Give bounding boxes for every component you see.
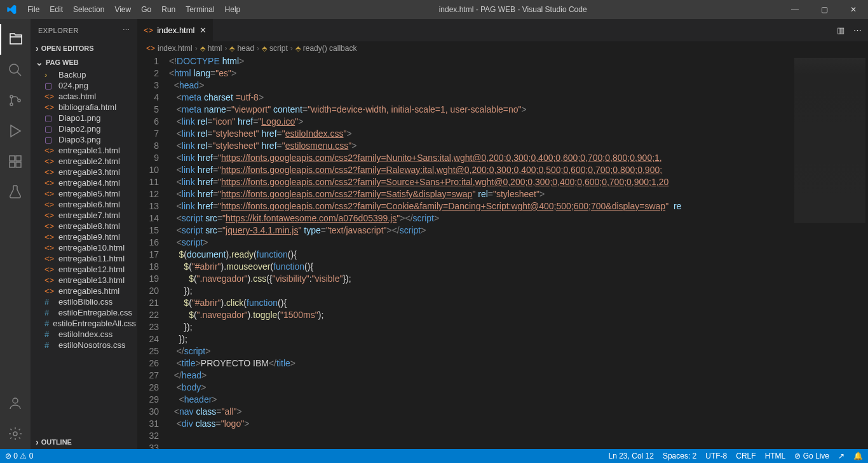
file-label: entregable3.html — [58, 167, 120, 177]
file-icon: # — [44, 308, 55, 317]
file-item[interactable]: <>entregable7.html — [31, 210, 137, 221]
file-item[interactable]: <>entregable9.html — [31, 232, 137, 242]
minimize-button[interactable]: — — [780, 5, 810, 14]
breadcrumb-item[interactable]: script — [269, 44, 288, 53]
file-item[interactable]: ▢Diapo2.png — [31, 123, 137, 134]
file-item[interactable]: ▢Diapo1.png — [31, 113, 137, 123]
section-open-editors[interactable]: OPEN EDITORS — [31, 41, 137, 55]
menu-help[interactable]: Help — [220, 5, 246, 14]
run-debug-icon[interactable] — [0, 116, 31, 146]
file-icon: <> — [44, 92, 55, 101]
file-item[interactable]: #estiloNosotros.css — [31, 340, 137, 350]
status-indent[interactable]: Spaces: 2 — [663, 452, 696, 460]
file-item[interactable]: #estiloBiblio.css — [31, 296, 137, 307]
explorer-icon[interactable] — [0, 24, 31, 55]
file-item[interactable]: <>entregable1.html — [31, 145, 137, 156]
status-bell-icon[interactable]: 🔔 — [853, 452, 863, 460]
file-label: entregable5.html — [58, 189, 120, 198]
file-item[interactable]: <>entregables.html — [31, 286, 137, 296]
file-item[interactable]: #estiloEntregable.css — [31, 307, 137, 318]
svg-point-0 — [10, 64, 18, 73]
file-item[interactable]: <>entregable13.html — [31, 275, 137, 286]
breadcrumb-item[interactable]: head — [237, 44, 254, 53]
breadcrumb-item[interactable]: index.html — [158, 44, 193, 53]
file-icon: <> — [44, 189, 55, 198]
menu-file[interactable]: File — [22, 5, 44, 14]
menu-go[interactable]: Go — [136, 5, 156, 14]
menu-run[interactable]: Run — [156, 5, 180, 14]
section-outline[interactable]: OUTLINE — [31, 435, 137, 449]
file-item[interactable]: ›Backup — [31, 69, 137, 80]
code-body[interactable]: <!DOCTYPE html><html lang="es"> <head> <… — [169, 55, 792, 449]
file-item[interactable]: #estiloIndex.css — [31, 329, 137, 340]
editor-group: <> index.html ✕ ▥ ⋯ <> index.html › ⬘ ht… — [137, 19, 868, 449]
file-item[interactable]: #estiloEntregableAll.css — [31, 318, 137, 329]
code-editor[interactable]: 1234567891011121314151617181920212223242… — [137, 55, 868, 449]
file-item[interactable]: <>entregable12.html — [31, 264, 137, 275]
folder-icon: › — [44, 70, 55, 79]
file-label: estiloBiblio.css — [58, 297, 112, 307]
menu-bar: File Edit Selection View Go Run Terminal… — [22, 5, 245, 14]
file-label: entregable8.html — [58, 221, 120, 231]
window-controls: — ▢ ✕ — [780, 5, 868, 14]
file-label: Diapo3.png — [58, 135, 101, 144]
breadcrumb-item[interactable]: ready() callback — [303, 44, 357, 53]
status-golive[interactable]: ⊘ Go Live — [794, 452, 829, 460]
menu-view[interactable]: View — [109, 5, 136, 14]
file-icon: ▢ — [44, 135, 55, 144]
file-item[interactable]: <>entregable4.html — [31, 177, 137, 188]
search-icon[interactable] — [0, 55, 31, 85]
file-item[interactable]: <>actas.html — [31, 91, 137, 102]
file-item[interactable]: <>entregable10.html — [31, 242, 137, 253]
status-encoding[interactable]: UTF-8 — [705, 452, 727, 460]
tab-label: index.html — [157, 25, 194, 35]
account-icon[interactable] — [0, 388, 31, 418]
file-icon: ▢ — [44, 81, 55, 90]
file-item[interactable]: <>entregable3.html — [31, 167, 137, 177]
close-icon[interactable]: ✕ — [200, 25, 207, 35]
file-item[interactable]: ▢024.png — [31, 80, 137, 91]
sidebar-more-icon[interactable]: ⋯ — [123, 26, 130, 34]
activity-bar — [0, 19, 31, 449]
file-label: estiloEntregable.css — [58, 308, 132, 317]
status-problems[interactable]: ⊘ 0 ⚠ 0 — [5, 452, 33, 460]
file-item[interactable]: <>entregable6.html — [31, 199, 137, 210]
source-control-icon[interactable] — [0, 85, 31, 116]
file-label: Diapo1.png — [58, 113, 101, 123]
menu-edit[interactable]: Edit — [44, 5, 68, 14]
split-editor-icon[interactable]: ▥ — [837, 25, 844, 35]
maximize-button[interactable]: ▢ — [810, 5, 839, 14]
file-label: entregable13.html — [58, 275, 125, 285]
file-item[interactable]: <>entregable5.html — [31, 188, 137, 199]
file-icon: <> — [44, 102, 55, 112]
file-item[interactable]: <>entregable2.html — [31, 156, 137, 167]
menu-terminal[interactable]: Terminal — [180, 5, 219, 14]
testing-icon[interactable] — [0, 177, 31, 207]
gear-icon[interactable] — [0, 418, 31, 449]
more-actions-icon[interactable]: ⋯ — [853, 25, 862, 35]
file-icon: <> — [44, 178, 55, 188]
file-item[interactable]: <>entregable8.html — [31, 221, 137, 232]
status-cursor[interactable]: Ln 23, Col 12 — [609, 452, 654, 460]
svg-rect-7 — [16, 156, 21, 161]
breadcrumb-item[interactable]: html — [208, 44, 222, 53]
line-numbers: 1234567891011121314151617181920212223242… — [137, 55, 169, 449]
file-item[interactable]: <>bibliografia.html — [31, 102, 137, 113]
close-button[interactable]: ✕ — [839, 5, 868, 14]
section-folder[interactable]: PAG WEB — [31, 55, 137, 69]
status-language[interactable]: HTML — [765, 452, 786, 460]
svg-point-3 — [18, 99, 20, 102]
file-item[interactable]: <>entregable11.html — [31, 253, 137, 264]
tab-index-html[interactable]: <> index.html ✕ — [137, 19, 214, 41]
minimap[interactable] — [792, 55, 868, 449]
file-item[interactable]: ▢Diapo3.png — [31, 134, 137, 145]
symbol-icon: ⬘ — [229, 45, 234, 53]
file-icon: <> — [44, 275, 55, 285]
symbol-icon: ⬘ — [200, 45, 205, 53]
status-feedback-icon[interactable]: ↗ — [838, 452, 844, 460]
extensions-icon[interactable] — [0, 146, 31, 177]
breadcrumb[interactable]: <> index.html › ⬘ html › ⬘ head › ⬘ scri… — [137, 41, 868, 55]
status-eol[interactable]: CRLF — [736, 452, 756, 460]
menu-selection[interactable]: Selection — [68, 5, 109, 14]
file-icon: <> — [44, 156, 55, 166]
